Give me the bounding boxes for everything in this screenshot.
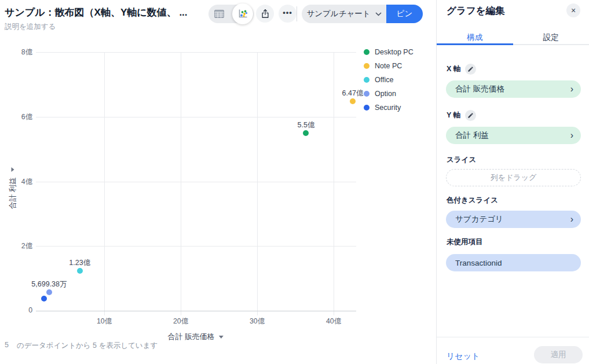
chevron-right-icon: › <box>570 131 573 140</box>
legend-item-office[interactable]: Office <box>364 73 414 87</box>
y-axis-dropdown-icon <box>12 167 14 172</box>
tab-composition[interactable]: 構成 <box>437 30 513 44</box>
data-point-label: 5.5億 <box>298 120 315 130</box>
x-axis-column-label: 合計 販売価格 <box>455 84 504 94</box>
y-tick-label: 0 <box>0 306 32 314</box>
x-tick-label: 40億 <box>316 317 351 326</box>
y-axis-title-label: 合計 利益 <box>8 177 18 209</box>
x-tick-label: 10億 <box>87 317 122 326</box>
x-gridline <box>257 52 258 315</box>
x-axis-column-pill[interactable]: 合計 販売価格 › <box>446 80 581 98</box>
color-slice-column-label: サブカテゴリ <box>455 214 503 225</box>
legend-item-security[interactable]: Security <box>364 101 414 115</box>
y-tick-label: 8億 <box>0 47 32 57</box>
chart-canvas-area: サンプル：散布図（X軸、Y軸に数値、 ... 説明を追加する <box>0 0 436 364</box>
status-bar: 5 のデータポイントから 5 を表示しています <box>5 341 158 351</box>
x-tick-label: 30億 <box>240 317 275 326</box>
x-gridline <box>334 52 334 315</box>
data-point-desktop-pc[interactable] <box>303 130 309 136</box>
y-axis-title[interactable]: 合計 利益 <box>8 167 18 209</box>
x-axis-title-label: 合計 販売価格 <box>168 332 214 342</box>
datapoint-count: 5 <box>5 341 9 351</box>
legend-dot <box>364 105 370 111</box>
y-axis-field-label-row: Y 軸 <box>447 110 476 121</box>
tab-settings[interactable]: 設定 <box>513 30 589 44</box>
edit-x-axis-button[interactable] <box>465 64 476 75</box>
slice-placeholder: 列をドラッグ <box>491 172 537 183</box>
pencil-icon <box>467 66 474 72</box>
close-icon: × <box>571 6 576 15</box>
slice-field-label: スライス <box>447 155 476 165</box>
chevron-right-icon: › <box>570 215 573 224</box>
x-gridline <box>104 52 105 315</box>
legend-item-option[interactable]: Option <box>364 87 414 101</box>
data-point-label: 1.23億 <box>69 258 90 268</box>
app-window: サンプル：散布図（X軸、Y軸に数値、 ... 説明を追加する <box>0 0 589 364</box>
color-slice-column-pill[interactable]: サブカテゴリ › <box>446 211 581 228</box>
edit-y-axis-button[interactable] <box>465 110 476 121</box>
unused-field-label: 未使用項目 <box>447 237 483 247</box>
legend-label: Desktop PC <box>375 48 414 56</box>
y-gridline <box>36 52 356 53</box>
color-slice-field-label: 色付きスライス <box>447 196 498 205</box>
chevron-right-icon: › <box>570 84 573 94</box>
x-gridline <box>181 52 181 315</box>
y-gridline <box>36 246 356 247</box>
close-panel-button[interactable]: × <box>566 3 580 17</box>
legend-label: Office <box>375 76 393 84</box>
slice-field-label-row: スライス <box>447 155 476 165</box>
panel-title: グラフを編集 <box>447 5 505 17</box>
status-text: のデータポイントから 5 を表示しています <box>17 341 158 351</box>
reset-button[interactable]: リセット <box>447 351 480 362</box>
legend-label: Option <box>375 90 396 98</box>
apply-button[interactable]: 適用 <box>534 346 583 363</box>
y-gridline <box>36 117 356 117</box>
edit-chart-panel: グラフを編集 × 構成 設定 X 軸 合計 販売価格 › Y 軸 <box>436 0 589 364</box>
data-point-label: 6.47億 <box>342 89 364 98</box>
legend-label: Note PC <box>375 62 402 70</box>
legend-dot <box>364 49 370 55</box>
y-tick-label: 2億 <box>0 241 32 251</box>
legend-item-note-pc[interactable]: Note PC <box>364 59 414 73</box>
y-gridline <box>36 182 356 182</box>
slice-drop-zone[interactable]: 列をドラッグ <box>446 169 581 186</box>
x-axis-field-label: X 軸 <box>447 64 460 74</box>
legend-item-desktop-pc[interactable]: Desktop PC <box>364 45 414 59</box>
scatter-chart: 10億20億30億40億02億4億6億8億5.5億6.47億1.23億5,699… <box>0 35 436 347</box>
panel-footer-divider <box>437 337 589 337</box>
data-point-office[interactable] <box>77 268 83 274</box>
unused-field-label-row: 未使用項目 <box>447 237 483 247</box>
x-axis-dropdown-icon <box>219 336 224 339</box>
data-point-security[interactable] <box>41 296 47 302</box>
chart-legend: Desktop PCNote PCOfficeOptionSecurity <box>364 45 414 115</box>
x-tick-label: 20億 <box>163 317 198 326</box>
y-axis-column-label: 合計 利益 <box>455 130 489 141</box>
data-point-option[interactable] <box>46 289 52 295</box>
legend-label: Security <box>375 104 401 112</box>
color-slice-field-label-row: 色付きスライス <box>447 196 498 205</box>
panel-tabs: 構成 設定 <box>437 30 589 45</box>
pencil-icon <box>467 112 474 119</box>
x-axis-title[interactable]: 合計 販売価格 <box>168 332 224 342</box>
y-axis-field-label: Y 軸 <box>447 111 460 120</box>
x-axis-line <box>36 311 356 311</box>
unused-column-pill[interactable]: Transactionid <box>446 254 581 271</box>
legend-dot <box>364 77 370 83</box>
legend-dot <box>364 91 370 97</box>
data-point-note-pc[interactable] <box>350 98 356 104</box>
legend-dot <box>364 63 370 69</box>
y-axis-column-pill[interactable]: 合計 利益 › <box>446 127 581 144</box>
y-tick-label: 6億 <box>0 112 32 122</box>
x-axis-field-label-row: X 軸 <box>447 64 476 75</box>
data-point-label: 5,699.38万 <box>31 280 67 289</box>
unused-column-label: Transactionid <box>455 259 502 267</box>
